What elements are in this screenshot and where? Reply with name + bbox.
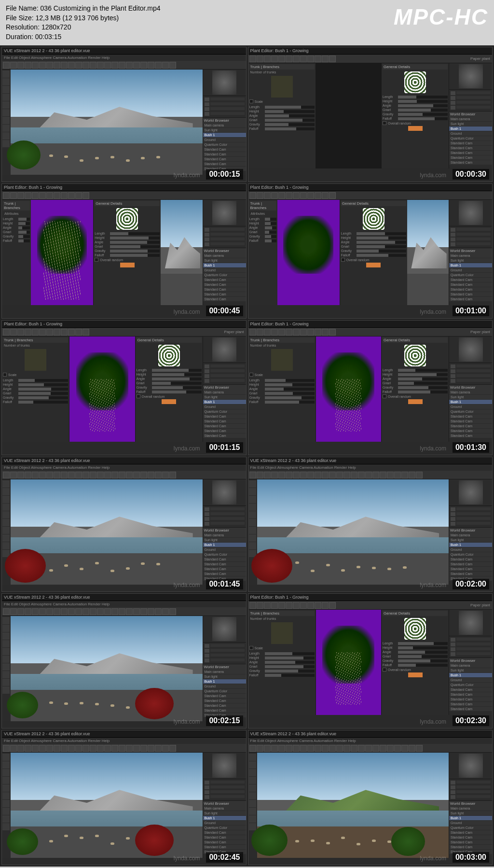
list-item[interactable]: Bush 1 [449, 126, 492, 131]
slider[interactable] [398, 391, 448, 393]
leaf-preview[interactable] [404, 71, 426, 93]
tool-button[interactable] [249, 480, 256, 488]
plant-viewport[interactable] [69, 336, 135, 442]
main-viewport[interactable] [11, 753, 203, 858]
toolbar-button[interactable] [278, 745, 285, 752]
slider[interactable] [265, 231, 276, 234]
tool-button[interactable] [2, 496, 10, 503]
toolbar-button[interactable] [307, 472, 314, 478]
layer-list[interactable]: Main cameraSun lightBush 1GroundQuantum … [449, 806, 492, 858]
toolbar-button[interactable] [249, 602, 256, 609]
list-item[interactable]: Quantum Color [449, 409, 492, 414]
toolbar-button[interactable] [300, 192, 307, 199]
list-item[interactable]: Standard Cam [449, 562, 492, 566]
list-item[interactable]: Standard Cam [203, 840, 246, 844]
toolbar-button[interactable] [75, 745, 82, 752]
tool-button[interactable] [2, 140, 10, 147]
list-item[interactable]: Quantum Color [203, 689, 246, 693]
toolbar-button[interactable] [3, 192, 10, 199]
slider[interactable] [357, 245, 406, 248]
tool-button[interactable] [2, 101, 10, 109]
toolbar-button[interactable] [300, 472, 307, 478]
list-item[interactable]: Standard Cam [449, 424, 492, 428]
toolbar-button[interactable] [155, 62, 162, 69]
toolbar-button[interactable] [307, 192, 314, 199]
toolbar-button[interactable] [75, 329, 82, 336]
list-item[interactable]: Sun light [449, 538, 492, 542]
video-thumbnail[interactable]: VUE xStream 2012 2 - 43 36 plant editor.… [1, 593, 247, 728]
toolbar-button[interactable] [68, 62, 75, 69]
toolbar-button[interactable] [169, 608, 176, 615]
toolbar-button[interactable] [336, 745, 343, 752]
toolbar-button[interactable] [343, 745, 350, 752]
video-thumbnail[interactable]: Plant Editor: Bush 1 - Growing Paper pla… [1, 320, 247, 455]
tool-button[interactable] [249, 800, 256, 807]
toolbar-button[interactable] [46, 192, 53, 199]
list-item[interactable]: Ground [449, 268, 492, 272]
layer-list[interactable]: Main cameraSun lightBush 1GroundQuantum … [449, 390, 492, 442]
list-item[interactable]: Standard Cam [203, 287, 246, 292]
toolbar-button[interactable] [300, 745, 307, 752]
toolbar-button[interactable] [162, 472, 169, 478]
slider[interactable] [110, 245, 160, 248]
tool-button[interactable] [2, 109, 10, 116]
slider[interactable] [398, 642, 448, 645]
toolbar-button[interactable] [249, 745, 256, 752]
action-button[interactable] [408, 126, 423, 131]
action-button[interactable] [120, 263, 135, 267]
toolbar-button[interactable] [54, 608, 60, 615]
list-item[interactable]: Bush 1 [449, 543, 492, 547]
list-item[interactable]: Ground [449, 678, 492, 682]
toolbar-button[interactable] [300, 602, 307, 609]
list-item[interactable]: Main camera [203, 123, 246, 127]
toolbar-button[interactable] [54, 192, 60, 199]
slider[interactable] [398, 104, 448, 107]
list-item[interactable]: Ground [203, 268, 246, 272]
tool-button[interactable] [2, 534, 10, 542]
trunk-preview[interactable] [271, 76, 293, 98]
tool-button[interactable] [2, 125, 10, 132]
toolbar-button[interactable] [68, 329, 75, 336]
slider[interactable] [265, 401, 315, 404]
tool-button[interactable] [2, 769, 10, 776]
overall-checkbox[interactable] [341, 258, 345, 262]
slider[interactable] [398, 382, 448, 385]
tool-button[interactable] [2, 784, 10, 792]
toolbar-button[interactable] [97, 472, 104, 478]
action-button[interactable] [366, 263, 381, 267]
toolbar-button[interactable] [351, 472, 357, 478]
slider[interactable] [398, 96, 448, 98]
list-item[interactable]: Standard Cam [203, 429, 246, 433]
toolbar-button[interactable] [32, 329, 39, 336]
slider[interactable] [110, 254, 160, 257]
list-item[interactable]: Bush 1 [449, 673, 492, 677]
toolbar-button[interactable] [17, 192, 24, 199]
list-item[interactable]: Standard Cam [449, 840, 492, 844]
tool-button[interactable] [249, 792, 256, 799]
tool-button[interactable] [249, 519, 256, 526]
slider[interactable] [357, 237, 406, 239]
list-item[interactable]: Standard Cam [449, 297, 492, 301]
list-item[interactable]: Ground [203, 405, 246, 409]
list-item[interactable]: Standard Cam [449, 287, 492, 292]
toolbar-button[interactable] [133, 745, 140, 752]
list-item[interactable]: Main camera [203, 253, 246, 258]
toolbar-button[interactable] [293, 472, 300, 478]
layer-list[interactable]: Main cameraSun lightBush 1GroundQuantum … [449, 117, 492, 168]
tool-button[interactable] [2, 777, 10, 784]
list-item[interactable]: Standard Cam [203, 152, 246, 156]
toolbar-button[interactable] [264, 745, 271, 752]
overall-checkbox[interactable] [95, 258, 98, 262]
list-item[interactable]: Sun light [449, 258, 492, 263]
tool-button[interactable] [2, 808, 10, 815]
menu-bar[interactable]: File Edit Object Atmosphere Camera Autom… [2, 55, 246, 61]
toolbar-button[interactable] [322, 472, 329, 478]
toolbar-button[interactable] [126, 745, 133, 752]
toolbar-button[interactable] [46, 329, 53, 336]
toolbar-button[interactable] [264, 192, 271, 199]
slider[interactable] [18, 218, 30, 221]
list-item[interactable]: Sun light [203, 811, 246, 815]
toolbar-button[interactable] [416, 745, 423, 752]
toolbar-button[interactable] [133, 472, 140, 478]
toolbar-button[interactable] [329, 192, 336, 199]
